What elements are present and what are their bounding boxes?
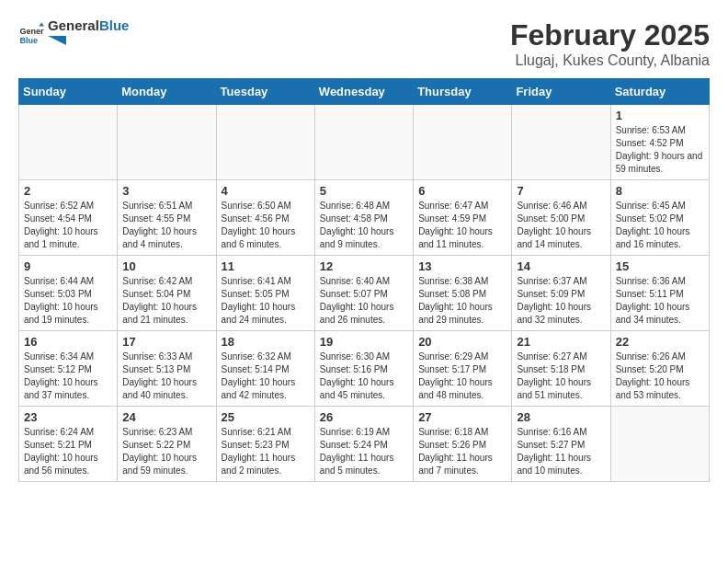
calendar-cell: 15Sunrise: 6:36 AM Sunset: 5:11 PM Dayli…: [610, 256, 709, 331]
day-info: Sunrise: 6:44 AM Sunset: 5:03 PM Dayligh…: [24, 275, 112, 327]
day-number: 24: [122, 410, 210, 424]
day-number: 22: [616, 335, 704, 349]
day-info: Sunrise: 6:33 AM Sunset: 5:13 PM Dayligh…: [122, 350, 210, 402]
calendar-cell: 12Sunrise: 6:40 AM Sunset: 5:07 PM Dayli…: [314, 256, 413, 331]
weekday-header-row: SundayMondayTuesdayWednesdayThursdayFrid…: [19, 79, 710, 105]
calendar-cell: 14Sunrise: 6:37 AM Sunset: 5:09 PM Dayli…: [512, 256, 610, 331]
weekday-header-friday: Friday: [512, 79, 610, 105]
day-number: 17: [122, 335, 210, 349]
day-number: 5: [320, 184, 408, 198]
day-number: 15: [616, 259, 704, 273]
day-number: 18: [222, 335, 310, 349]
calendar-cell: [414, 105, 512, 180]
day-number: 23: [24, 410, 112, 424]
day-info: Sunrise: 6:29 AM Sunset: 5:17 PM Dayligh…: [418, 350, 506, 402]
calendar-cell: 6Sunrise: 6:47 AM Sunset: 4:59 PM Daylig…: [414, 180, 512, 256]
day-number: 7: [517, 184, 605, 198]
calendar-cell: 18Sunrise: 6:32 AM Sunset: 5:14 PM Dayli…: [216, 331, 314, 407]
calendar-cell: [216, 105, 314, 180]
calendar-cell: 24Sunrise: 6:23 AM Sunset: 5:22 PM Dayli…: [118, 407, 216, 482]
calendar-week-row: 9Sunrise: 6:44 AM Sunset: 5:03 PM Daylig…: [19, 256, 710, 331]
calendar-header: SundayMondayTuesdayWednesdayThursdayFrid…: [19, 79, 710, 105]
day-info: Sunrise: 6:38 AM Sunset: 5:08 PM Dayligh…: [418, 275, 506, 327]
svg-marker-3: [48, 36, 66, 45]
title-section: February 2025 Llugaj, Kukes County, Alba…: [510, 18, 710, 69]
calendar-cell: 7Sunrise: 6:46 AM Sunset: 5:00 PM Daylig…: [512, 180, 610, 256]
weekday-header-monday: Monday: [118, 79, 216, 105]
calendar-cell: 5Sunrise: 6:48 AM Sunset: 4:58 PM Daylig…: [314, 180, 413, 256]
calendar-cell: 13Sunrise: 6:38 AM Sunset: 5:08 PM Dayli…: [414, 256, 512, 331]
calendar-cell: 2Sunrise: 6:52 AM Sunset: 4:54 PM Daylig…: [19, 180, 118, 256]
day-info: Sunrise: 6:30 AM Sunset: 5:16 PM Dayligh…: [320, 350, 408, 402]
logo-blue: Blue: [99, 17, 130, 33]
calendar-cell: [512, 105, 610, 180]
day-number: 13: [418, 259, 506, 273]
calendar-cell: 20Sunrise: 6:29 AM Sunset: 5:17 PM Dayli…: [414, 331, 512, 407]
day-info: Sunrise: 6:36 AM Sunset: 5:11 PM Dayligh…: [616, 275, 704, 327]
calendar-cell: 25Sunrise: 6:21 AM Sunset: 5:23 PM Dayli…: [216, 407, 314, 482]
calendar-cell: 26Sunrise: 6:19 AM Sunset: 5:24 PM Dayli…: [314, 407, 413, 482]
calendar-cell: 1Sunrise: 6:53 AM Sunset: 4:52 PM Daylig…: [610, 105, 709, 180]
day-info: Sunrise: 6:23 AM Sunset: 5:22 PM Dayligh…: [122, 426, 210, 477]
weekday-header-sunday: Sunday: [19, 79, 118, 105]
day-number: 11: [222, 259, 310, 273]
logo-general: General: [48, 17, 99, 33]
day-number: 8: [616, 184, 704, 198]
day-info: Sunrise: 6:16 AM Sunset: 5:27 PM Dayligh…: [517, 426, 605, 477]
svg-text:General: General: [19, 27, 44, 36]
calendar-cell: 9Sunrise: 6:44 AM Sunset: 5:03 PM Daylig…: [19, 256, 118, 331]
day-info: Sunrise: 6:21 AM Sunset: 5:23 PM Dayligh…: [222, 426, 310, 477]
calendar-cell: 27Sunrise: 6:18 AM Sunset: 5:26 PM Dayli…: [414, 407, 512, 482]
day-info: Sunrise: 6:47 AM Sunset: 4:59 PM Dayligh…: [418, 200, 506, 251]
day-info: Sunrise: 6:26 AM Sunset: 5:20 PM Dayligh…: [616, 350, 704, 402]
calendar-week-row: 2Sunrise: 6:52 AM Sunset: 4:54 PM Daylig…: [19, 180, 710, 256]
weekday-header-thursday: Thursday: [414, 79, 512, 105]
logo-arrow: [48, 36, 66, 45]
day-info: Sunrise: 6:45 AM Sunset: 5:02 PM Dayligh…: [616, 200, 704, 251]
logo-icon: General Blue: [18, 21, 44, 47]
calendar-cell: 11Sunrise: 6:41 AM Sunset: 5:05 PM Dayli…: [216, 256, 314, 331]
day-info: Sunrise: 6:32 AM Sunset: 5:14 PM Dayligh…: [222, 350, 310, 402]
day-info: Sunrise: 6:34 AM Sunset: 5:12 PM Dayligh…: [24, 350, 112, 402]
calendar-cell: [118, 105, 216, 180]
day-info: Sunrise: 6:46 AM Sunset: 5:00 PM Dayligh…: [517, 200, 605, 251]
day-info: Sunrise: 6:52 AM Sunset: 4:54 PM Dayligh…: [24, 200, 112, 251]
calendar-week-row: 16Sunrise: 6:34 AM Sunset: 5:12 PM Dayli…: [19, 331, 710, 407]
day-info: Sunrise: 6:37 AM Sunset: 5:09 PM Dayligh…: [517, 275, 605, 327]
calendar-body: 1Sunrise: 6:53 AM Sunset: 4:52 PM Daylig…: [19, 105, 710, 482]
weekday-header-tuesday: Tuesday: [216, 79, 314, 105]
calendar-table: SundayMondayTuesdayWednesdayThursdayFrid…: [18, 78, 710, 482]
day-number: 12: [320, 259, 408, 273]
calendar-title: February 2025: [510, 18, 710, 52]
day-info: Sunrise: 6:40 AM Sunset: 5:07 PM Dayligh…: [320, 275, 408, 327]
calendar-subtitle: Llugaj, Kukes County, Albania: [510, 52, 710, 69]
day-number: 14: [517, 259, 605, 273]
svg-marker-2: [39, 22, 44, 26]
day-number: 9: [24, 259, 112, 273]
calendar-week-row: 1Sunrise: 6:53 AM Sunset: 4:52 PM Daylig…: [19, 105, 710, 180]
day-number: 27: [418, 410, 506, 424]
day-number: 3: [122, 184, 210, 198]
day-number: 26: [320, 410, 408, 424]
day-info: Sunrise: 6:48 AM Sunset: 4:58 PM Dayligh…: [320, 200, 408, 251]
calendar-cell: 8Sunrise: 6:45 AM Sunset: 5:02 PM Daylig…: [610, 180, 709, 256]
calendar-cell: 22Sunrise: 6:26 AM Sunset: 5:20 PM Dayli…: [610, 331, 709, 407]
day-info: Sunrise: 6:51 AM Sunset: 4:55 PM Dayligh…: [122, 200, 210, 251]
calendar-cell: 3Sunrise: 6:51 AM Sunset: 4:55 PM Daylig…: [118, 180, 216, 256]
calendar-cell: 16Sunrise: 6:34 AM Sunset: 5:12 PM Dayli…: [19, 331, 118, 407]
calendar-cell: 17Sunrise: 6:33 AM Sunset: 5:13 PM Dayli…: [118, 331, 216, 407]
calendar-cell: 19Sunrise: 6:30 AM Sunset: 5:16 PM Dayli…: [314, 331, 413, 407]
page-header: General Blue GeneralBlue February 2025 L…: [18, 18, 710, 69]
day-number: 1: [616, 109, 704, 122]
day-number: 4: [222, 184, 310, 198]
day-number: 20: [418, 335, 506, 349]
day-number: 16: [24, 335, 112, 349]
day-number: 21: [517, 335, 605, 349]
day-info: Sunrise: 6:18 AM Sunset: 5:26 PM Dayligh…: [418, 426, 506, 477]
weekday-header-saturday: Saturday: [610, 79, 709, 105]
calendar-cell: 4Sunrise: 6:50 AM Sunset: 4:56 PM Daylig…: [216, 180, 314, 256]
calendar-cell: [314, 105, 413, 180]
day-info: Sunrise: 6:50 AM Sunset: 4:56 PM Dayligh…: [222, 200, 310, 251]
calendar-cell: 10Sunrise: 6:42 AM Sunset: 5:04 PM Dayli…: [118, 256, 216, 331]
day-number: 10: [122, 259, 210, 273]
